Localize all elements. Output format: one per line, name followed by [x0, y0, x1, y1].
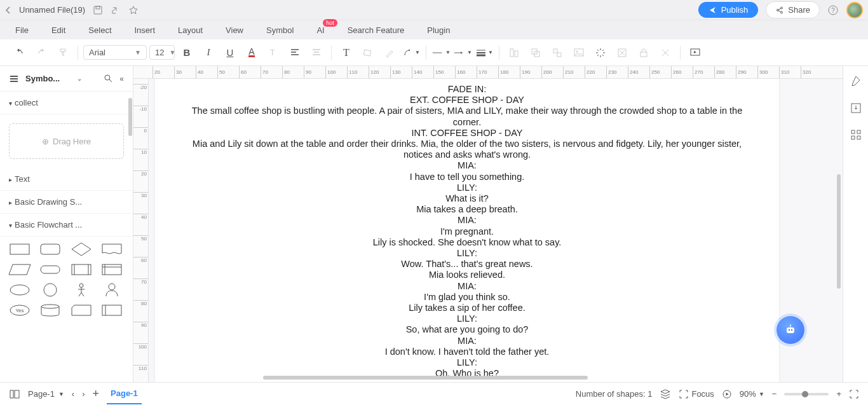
menu-select[interactable]: Select: [88, 25, 111, 35]
line-weight-icon[interactable]: ▼: [475, 43, 494, 62]
page-selector[interactable]: Page-1 ▼: [28, 389, 64, 399]
shape-document[interactable]: [98, 240, 125, 258]
menu-layout[interactable]: Layout: [178, 25, 203, 35]
open-external-icon[interactable]: [111, 5, 121, 15]
shape-actor[interactable]: [98, 281, 125, 299]
ungroup-icon[interactable]: [548, 43, 567, 62]
focus-button[interactable]: Focus: [679, 389, 714, 399]
lock-icon[interactable]: [634, 43, 653, 62]
canvas-vertical-scrollbar[interactable]: [836, 79, 841, 382]
line-style-icon[interactable]: ▼: [431, 43, 451, 62]
collapse-icon[interactable]: «: [119, 74, 124, 83]
shape-rect[interactable]: [6, 240, 33, 258]
zoom-slider[interactable]: [784, 393, 829, 395]
section-basic-drawing[interactable]: ▸Basic Drawing S...: [0, 191, 133, 214]
underline-icon[interactable]: U: [220, 43, 240, 62]
add-page-icon[interactable]: +: [93, 387, 100, 401]
pen-icon[interactable]: [380, 43, 399, 62]
menu-search-feature[interactable]: Search Feature: [348, 25, 405, 35]
align-left-icon[interactable]: [285, 43, 304, 62]
bold-icon[interactable]: B: [177, 43, 196, 62]
align-distribute-icon[interactable]: [505, 43, 524, 62]
format-panel-icon[interactable]: [850, 75, 862, 88]
font-family-select[interactable]: Arial▼: [83, 45, 147, 60]
shape-parallelogram[interactable]: [6, 261, 33, 278]
align-vertical-icon[interactable]: [307, 43, 326, 62]
menu-symbol[interactable]: Symbol: [266, 25, 294, 35]
fill-icon[interactable]: [358, 43, 377, 62]
text-tool-icon[interactable]: T: [337, 43, 356, 62]
connector-icon[interactable]: ▼: [402, 43, 421, 62]
page-tab-active[interactable]: Page-1: [107, 383, 142, 404]
svg-line-41: [79, 292, 81, 296]
share-button[interactable]: Share: [766, 1, 820, 18]
format-painter-icon[interactable]: [53, 43, 72, 62]
share-label: Share: [788, 5, 810, 15]
publish-label: Publish: [721, 5, 749, 15]
redo-icon[interactable]: [32, 43, 51, 62]
arrow-style-icon[interactable]: ▼: [453, 43, 472, 62]
canvas[interactable]: FADE IN:EXT. COFFEE SHOP - DAYThe small …: [149, 79, 843, 382]
shape-ellipse[interactable]: [6, 281, 33, 299]
outline-icon[interactable]: [9, 388, 20, 400]
layers-icon[interactable]: [660, 388, 671, 400]
shape-yes-label[interactable]: Yes: [6, 301, 33, 319]
publish-button[interactable]: Publish: [698, 2, 759, 18]
svg-rect-27: [10, 244, 29, 254]
canvas-horizontal-scrollbar[interactable]: [263, 376, 804, 381]
shape-internal-storage[interactable]: [98, 261, 125, 278]
help-icon[interactable]: ?: [827, 4, 839, 16]
section-basic-flowchart[interactable]: ▾Basic Flowchart ...: [0, 214, 133, 237]
clear-format-icon[interactable]: [613, 43, 632, 62]
text-style-icon[interactable]: T: [264, 43, 283, 62]
group-icon[interactable]: [526, 43, 545, 62]
section-text[interactable]: ▸Text: [0, 168, 133, 191]
shape-predefined[interactable]: [68, 261, 95, 278]
svg-rect-55: [851, 130, 855, 134]
menu-insert[interactable]: Insert: [135, 25, 156, 35]
sidebar-scrollbar[interactable]: [128, 92, 133, 382]
effects-icon[interactable]: [591, 43, 610, 62]
shape-stickman[interactable]: [68, 281, 95, 299]
shape-terminator[interactable]: [37, 261, 64, 278]
menu-edit[interactable]: Edit: [51, 25, 65, 35]
prev-page-icon[interactable]: ‹: [72, 389, 74, 399]
shape-card[interactable]: [68, 301, 95, 319]
ai-assistant-icon[interactable]: [776, 316, 804, 344]
save-icon[interactable]: [93, 5, 103, 15]
plus-icon: ⊕: [42, 137, 49, 146]
font-color-icon[interactable]: A: [242, 43, 261, 62]
zoom-level[interactable]: 90% ▼: [740, 389, 764, 399]
star-icon[interactable]: [128, 5, 139, 15]
section-collect[interactable]: ▾collect: [0, 92, 133, 114]
fullscreen-icon[interactable]: [849, 389, 859, 399]
menu-plugin[interactable]: Plugin: [427, 25, 450, 35]
next-page-icon[interactable]: ›: [82, 389, 85, 399]
chevron-down-icon[interactable]: ⌄: [77, 75, 82, 82]
menu-file[interactable]: File: [15, 25, 29, 35]
shape-diamond[interactable]: [68, 240, 95, 258]
search-icon[interactable]: [104, 74, 113, 83]
drag-target[interactable]: ⊕ Drag Here: [9, 123, 124, 159]
zoom-out-icon[interactable]: −: [772, 389, 777, 399]
apps-panel-icon[interactable]: [850, 128, 862, 141]
menu-ai[interactable]: AIhot: [316, 25, 324, 35]
tools-icon[interactable]: [656, 43, 675, 62]
zoom-in-icon[interactable]: +: [836, 389, 841, 399]
play-icon[interactable]: [722, 389, 732, 399]
shape-rounded-rect[interactable]: [37, 240, 64, 258]
export-panel-icon[interactable]: [850, 102, 862, 114]
shape-circle[interactable]: [37, 281, 64, 299]
undo-icon[interactable]: [10, 43, 29, 62]
italic-icon[interactable]: I: [199, 43, 218, 62]
svg-point-51: [791, 329, 792, 331]
back-icon[interactable]: [5, 6, 11, 15]
shape-subprocess[interactable]: [98, 301, 125, 319]
menu-view[interactable]: View: [226, 25, 243, 35]
presentation-icon[interactable]: [686, 43, 705, 62]
avatar[interactable]: [846, 2, 863, 18]
shape-database[interactable]: [37, 301, 64, 319]
font-size-select[interactable]: 12▼: [149, 45, 175, 60]
page-content[interactable]: FADE IN:EXT. COFFEE SHOP - DAYThe small …: [155, 79, 779, 382]
image-icon[interactable]: [569, 43, 588, 62]
